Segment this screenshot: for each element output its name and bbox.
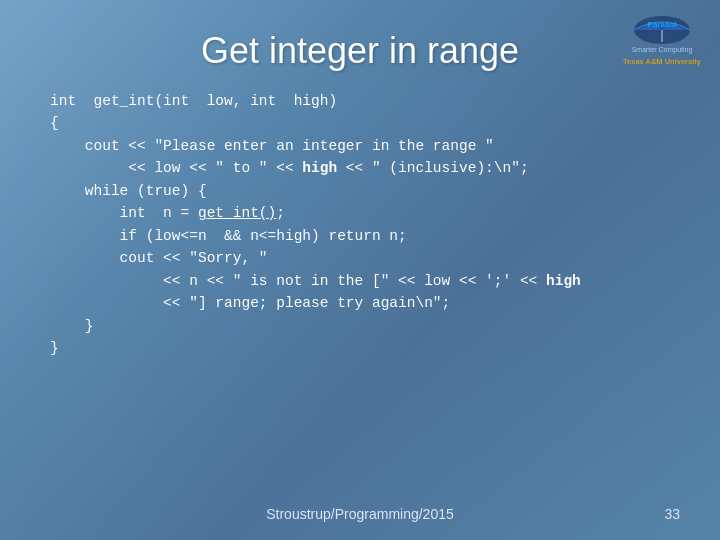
parasol-svg-icon: Parasol (632, 14, 692, 44)
logo-subtitle: Smarter Computing (632, 46, 693, 54)
code-line-2: { (50, 112, 680, 134)
slide: Parasol Smarter Computing Texas A&M Univ… (0, 0, 720, 540)
code-line-5: int n = get_int(); (50, 202, 680, 224)
footer-credit: Stroustrup/Programming/2015 (266, 506, 454, 522)
svg-text:Parasol: Parasol (648, 20, 677, 29)
code-block: int get_int(int low, int high) { cout <<… (50, 90, 680, 520)
footer: Stroustrup/Programming/2015 (0, 506, 720, 522)
page-number: 33 (664, 506, 680, 522)
code-line-9: } (50, 337, 680, 359)
code-line-1: int get_int(int low, int high) (50, 90, 680, 112)
code-line-6: if (low<=n && n<=high) return n; (50, 225, 680, 247)
slide-title: Get integer in range (40, 30, 680, 72)
code-line-8: } (50, 315, 680, 337)
logo-university: Texas A&M University (623, 57, 701, 66)
logo-container: Parasol Smarter Computing Texas A&M Univ… (622, 14, 702, 66)
code-line-7: cout << "Sorry, " << n << " is not in th… (50, 247, 680, 314)
code-line-3: cout << "Please enter an integer in the … (50, 135, 680, 180)
code-line-4: while (true) { (50, 180, 680, 202)
